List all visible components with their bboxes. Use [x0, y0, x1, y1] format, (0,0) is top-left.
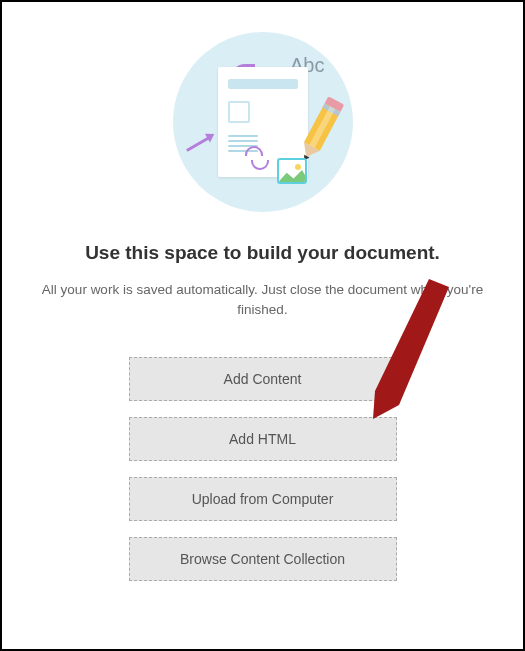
- page-heading: Use this space to build your document.: [85, 242, 440, 264]
- browse-content-collection-button[interactable]: Browse Content Collection: [129, 537, 397, 581]
- document-builder-illustration: Abc: [173, 32, 353, 212]
- action-buttons: Add Content Add HTML Upload from Compute…: [129, 357, 397, 581]
- page-subtext: All your work is saved automatically. Ju…: [33, 280, 493, 321]
- add-content-button[interactable]: Add Content: [129, 357, 397, 401]
- image-icon: [277, 158, 307, 184]
- swap-arrows-icon: [245, 146, 269, 170]
- arrow-diagonal-icon: [186, 135, 212, 152]
- upload-from-computer-button[interactable]: Upload from Computer: [129, 477, 397, 521]
- add-html-button[interactable]: Add HTML: [129, 417, 397, 461]
